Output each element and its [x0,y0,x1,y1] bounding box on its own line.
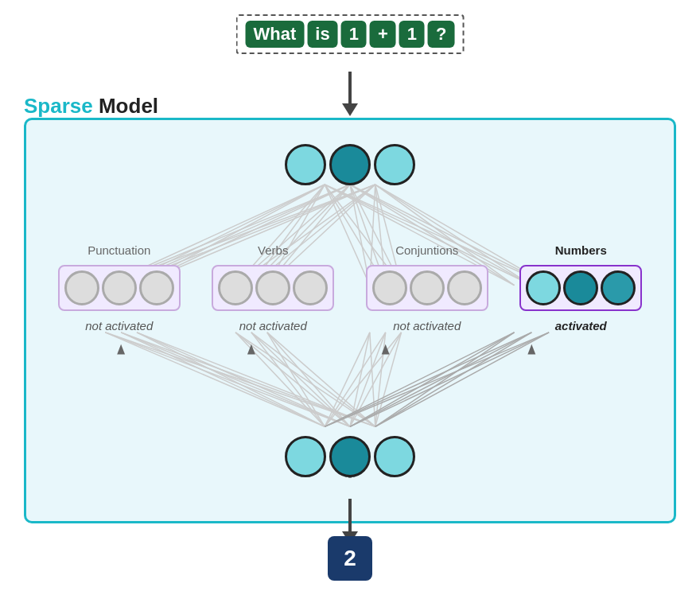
expert-verbs-label: Verbs [258,243,288,257]
svg-line-49 [251,332,350,427]
experts-row: Punctuation not activated Verbs not acti… [26,243,674,332]
svg-line-63 [325,332,514,427]
punct-n1 [64,270,99,305]
svg-line-57 [325,332,385,427]
svg-line-44 [137,332,375,427]
token-1a: 1 [341,21,367,48]
input-neurons [285,144,415,185]
sparse-word: Sparse [24,94,93,118]
conj-n3 [447,270,482,305]
svg-line-61 [350,332,402,427]
expert-numbers-status: activated [555,319,607,332]
svg-line-45 [235,332,325,427]
output-neuron-2 [329,436,371,477]
sparse-model-label: Sparse Model [24,94,158,119]
svg-line-41 [121,332,375,427]
svg-line-46 [235,332,350,427]
expert-numbers-box [519,265,642,311]
punct-n3 [139,270,174,305]
token-what: What [246,21,305,48]
expert-punctuation-status: not activated [85,319,153,332]
expert-conjunctions-box [366,265,488,311]
output-neurons [285,436,415,477]
expert-conjunctions: Conjuntions not activated [366,243,488,332]
result-box: 2 [328,536,372,581]
expert-punctuation-label: Punctuation [88,243,150,257]
output-neuron-3 [374,436,415,477]
token-q: ? [428,21,454,48]
svg-line-51 [267,332,325,427]
svg-line-39 [121,332,325,427]
svg-line-65 [375,332,515,427]
diagram-box: Punctuation not activated Verbs not acti… [24,118,676,523]
expert-conjunctions-status: not activated [393,319,461,332]
conj-n2 [410,270,445,305]
num-n1 [526,270,561,305]
svg-line-47 [235,332,375,427]
svg-line-70 [350,332,549,427]
num-n2 [563,270,598,305]
svg-line-53 [267,332,375,427]
token-is: is [307,21,337,48]
svg-line-60 [325,332,401,427]
svg-line-71 [375,332,549,427]
query-arrow [342,72,358,116]
svg-line-52 [267,332,350,427]
token-1b: 1 [399,21,425,48]
input-neuron-2 [329,144,371,185]
svg-marker-73 [247,344,255,355]
svg-line-56 [370,332,375,427]
expert-punctuation-box [58,265,181,311]
num-n3 [601,270,636,305]
svg-line-62 [375,332,402,427]
expert-numbers: Numbers activated [519,243,642,332]
token-plus: + [370,21,396,48]
svg-line-59 [375,332,386,427]
conj-n1 [372,270,407,305]
svg-line-43 [137,332,350,427]
output-neuron-1 [285,436,326,477]
svg-line-68 [375,332,532,427]
svg-line-67 [350,332,531,427]
punct-n2 [102,270,137,305]
svg-line-42 [137,332,325,427]
svg-line-58 [350,332,386,427]
svg-line-66 [325,332,531,427]
svg-line-48 [251,332,325,427]
verbs-n3 [293,270,328,305]
model-word: Model [93,94,158,118]
expert-verbs-box [212,265,334,311]
input-neuron-1 [285,144,326,185]
svg-marker-72 [117,344,125,355]
svg-line-64 [350,332,514,427]
input-neuron-3 [374,144,415,185]
expert-verbs: Verbs not activated [212,243,334,332]
svg-line-55 [350,332,370,427]
query-tokens: What is 1 + 1 ? [236,14,465,54]
svg-line-38 [105,332,375,427]
expert-punctuation: Punctuation not activated [58,243,181,332]
svg-line-69 [325,332,549,427]
svg-line-37 [105,332,350,427]
expert-conjunctions-label: Conjuntions [395,243,458,257]
svg-marker-74 [382,344,390,355]
svg-line-50 [251,332,375,427]
svg-marker-75 [527,344,535,355]
result-value: 2 [344,546,356,571]
verbs-n2 [255,270,290,305]
svg-line-40 [121,332,350,427]
expert-verbs-status: not activated [239,319,307,332]
svg-line-54 [325,332,370,427]
svg-line-36 [105,332,325,427]
expert-numbers-label: Numbers [555,243,607,257]
verbs-n1 [218,270,253,305]
